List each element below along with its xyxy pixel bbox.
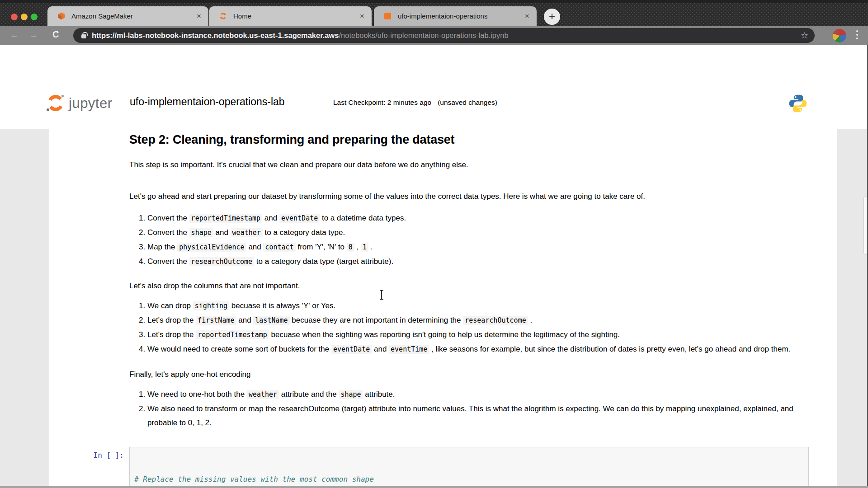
- browser-toolbar: ← → C https://ml-labs-notebook-instance.…: [0, 26, 868, 45]
- list-item: Convert the reportedTimestamp and eventD…: [147, 211, 809, 225]
- list-item: Map the physicalEvidence and contact fro…: [147, 240, 809, 254]
- notebook-title[interactable]: ufo-implementaion-operations-lab: [130, 96, 285, 108]
- transform-list: Convert the reportedTimestamp and eventD…: [129, 211, 809, 269]
- paragraph: This step is so important. It's crucial …: [129, 160, 809, 170]
- browser-tab-strip: Amazon SageMaker × Home × ufo-implementa…: [0, 0, 868, 26]
- list-item: We can drop sighting becuase it is alway…: [147, 299, 809, 313]
- jupyter-header: jupyter ufo-implementaion-operations-lab…: [0, 45, 868, 129]
- browser-tab-notebook[interactable]: ufo-implementaion-operations ×: [374, 6, 537, 26]
- lock-icon: [81, 34, 86, 38]
- cell-prompt: In [ ]:: [49, 447, 129, 488]
- section-heading: Step 2: Cleaning, transforming and prepa…: [129, 133, 809, 147]
- back-icon[interactable]: ←: [10, 30, 19, 40]
- window-close-button[interactable]: [11, 14, 18, 20]
- drop-columns-list: We can drop sighting becuase it is alway…: [129, 299, 809, 357]
- list-item: Convert the researchOutcome to a categor…: [147, 254, 809, 269]
- checkpoint-status: Last Checkpoint: 2 minutes ago(unsaved c…: [333, 99, 497, 107]
- one-hot-list: We need to one-hot both the weather attr…: [129, 387, 809, 430]
- window-bottom-edge: [0, 486, 868, 488]
- forward-icon[interactable]: →: [29, 30, 38, 40]
- sagemaker-icon: [57, 12, 65, 20]
- plus-icon: +: [549, 11, 555, 22]
- list-item: We would need to create some sort of buc…: [147, 342, 809, 357]
- list-item: We also need to transform or map the res…: [147, 402, 809, 430]
- window-zoom-button[interactable]: [31, 14, 38, 20]
- bookmark-star-icon[interactable]: ☆: [801, 30, 808, 41]
- tab-close-icon[interactable]: ×: [197, 12, 201, 21]
- scrollbar-thumb[interactable]: [863, 196, 867, 255]
- browser-tab-home[interactable]: Home ×: [209, 6, 372, 26]
- jupyter-logo-text[interactable]: jupyter: [69, 94, 113, 112]
- notebook-container: Step 2: Cleaning, transforming and prepa…: [49, 129, 837, 488]
- code-line: # Replace the missing values with the mo…: [134, 474, 804, 485]
- tab-title: ufo-implementaion-operations: [398, 12, 520, 20]
- notebook-page: Step 2: Cleaning, transforming and prepa…: [0, 129, 868, 488]
- paragraph: Let's go ahead and start preparing our d…: [129, 191, 809, 202]
- list-item: Let's drop the firstName and lastName be…: [147, 313, 809, 328]
- jupyter-favicon: [219, 12, 227, 20]
- paragraph: Let's also drop the columns that are not…: [129, 281, 809, 291]
- reload-icon[interactable]: C: [52, 29, 59, 40]
- address-bar[interactable]: https://ml-labs-notebook-instance.notebo…: [73, 28, 815, 43]
- tab-close-icon[interactable]: ×: [525, 12, 529, 21]
- list-item: Let's drop the reportedTimestamp becuase…: [147, 328, 809, 342]
- code-input[interactable]: # Replace the missing values with the mo…: [129, 447, 809, 488]
- code-cell[interactable]: In [ ]: # Replace the missing values wit…: [49, 447, 837, 488]
- list-item: Convert the shape and weather to a categ…: [147, 225, 809, 240]
- text-cursor: [378, 290, 385, 302]
- tab-title: Amazon SageMaker: [71, 12, 192, 20]
- profile-avatar[interactable]: [833, 29, 846, 42]
- new-tab-button[interactable]: +: [544, 9, 560, 25]
- tab-title: Home: [233, 12, 355, 20]
- jupyter-logo-icon[interactable]: [47, 94, 65, 112]
- notebook-favicon: [384, 12, 392, 20]
- window-minimize-button[interactable]: [21, 14, 28, 20]
- url-text: https://ml-labs-notebook-instance.notebo…: [92, 31, 795, 40]
- python-logo-icon: [788, 94, 808, 115]
- markdown-cell[interactable]: Step 2: Cleaning, transforming and prepa…: [49, 129, 837, 430]
- tab-close-icon[interactable]: ×: [360, 12, 364, 21]
- browser-menu-icon[interactable]: [856, 30, 858, 39]
- list-item: We need to one-hot both the weather attr…: [147, 387, 809, 402]
- browser-tab-sagemaker[interactable]: Amazon SageMaker ×: [47, 6, 208, 26]
- paragraph: Finally, let's apply one-hot encoding: [129, 369, 809, 380]
